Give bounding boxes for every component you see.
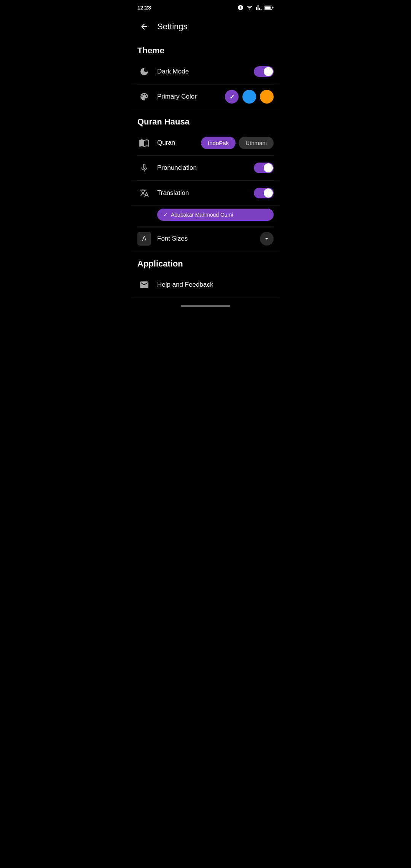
primary-color-item[interactable]: Primary Color ✓ bbox=[131, 85, 280, 109]
font-letter: A bbox=[142, 235, 147, 242]
quran-hausa-section-header: Quran Hausa bbox=[131, 109, 280, 131]
wifi-icon bbox=[246, 5, 253, 11]
application-section-header: Application bbox=[131, 251, 280, 273]
translation-item[interactable]: Translation bbox=[131, 181, 280, 206]
check-icon: ✓ bbox=[229, 93, 234, 101]
dark-mode-toggle[interactable] bbox=[254, 66, 274, 77]
battery-icon bbox=[264, 5, 274, 11]
translation-label: Translation bbox=[157, 189, 248, 197]
translation-toggle-knob bbox=[264, 188, 273, 198]
quran-style-buttons: IndoPak Uthmani bbox=[201, 137, 274, 149]
primary-color-label: Primary Color bbox=[157, 93, 219, 101]
indopak-button[interactable]: IndoPak bbox=[201, 137, 236, 149]
theme-section-header: Theme bbox=[131, 38, 280, 59]
font-sizes-item[interactable]: A Font Sizes bbox=[131, 227, 280, 251]
palette-icon bbox=[137, 90, 151, 104]
check-icon-translation: ✓ bbox=[163, 212, 168, 218]
pronunciation-icon bbox=[137, 161, 151, 175]
pronunciation-item[interactable]: Pronunciation bbox=[131, 156, 280, 180]
pronunciation-toggle-knob bbox=[264, 163, 273, 172]
notification-icon bbox=[237, 5, 244, 11]
moon-icon bbox=[137, 65, 151, 78]
quran-icon bbox=[137, 136, 151, 150]
color-orange[interactable] bbox=[260, 90, 274, 104]
translation-badge-row[interactable]: ✓ Abubakar Mahmoud Gumi bbox=[131, 206, 280, 226]
font-icon: A bbox=[137, 232, 151, 246]
dark-mode-toggle-knob bbox=[264, 67, 273, 76]
status-icons bbox=[237, 5, 274, 11]
color-blue[interactable] bbox=[242, 90, 256, 104]
home-indicator bbox=[181, 305, 230, 307]
translation-icon bbox=[137, 186, 151, 200]
font-sizes-label: Font Sizes bbox=[157, 235, 254, 243]
translation-badge[interactable]: ✓ Abubakar Mahmoud Gumi bbox=[157, 209, 274, 221]
svg-rect-2 bbox=[272, 7, 274, 8]
help-feedback-item[interactable]: Help and Feedback bbox=[131, 273, 280, 297]
dark-mode-item[interactable]: Dark Mode bbox=[131, 59, 280, 84]
quran-item[interactable]: Quran IndoPak Uthmani bbox=[131, 131, 280, 155]
header: Settings bbox=[131, 15, 280, 38]
pronunciation-toggle[interactable] bbox=[254, 163, 274, 173]
status-bar: 12:23 bbox=[131, 0, 280, 15]
page-title: Settings bbox=[157, 22, 188, 32]
signal-icon bbox=[255, 5, 262, 11]
translation-toggle[interactable] bbox=[254, 188, 274, 198]
pronunciation-label: Pronunciation bbox=[157, 164, 248, 172]
back-button[interactable] bbox=[137, 20, 151, 34]
svg-rect-1 bbox=[265, 6, 271, 9]
status-time: 12:23 bbox=[137, 5, 151, 11]
dark-mode-label: Dark Mode bbox=[157, 68, 248, 75]
color-options: ✓ bbox=[225, 90, 274, 104]
mail-icon bbox=[137, 278, 151, 292]
font-size-box: A bbox=[137, 232, 151, 246]
uthmani-button[interactable]: Uthmani bbox=[239, 137, 274, 149]
help-feedback-label: Help and Feedback bbox=[157, 281, 274, 289]
quran-label: Quran bbox=[157, 139, 195, 147]
translator-name: Abubakar Mahmoud Gumi bbox=[171, 212, 233, 218]
dropdown-icon[interactable] bbox=[260, 232, 274, 246]
color-purple[interactable]: ✓ bbox=[225, 90, 239, 104]
